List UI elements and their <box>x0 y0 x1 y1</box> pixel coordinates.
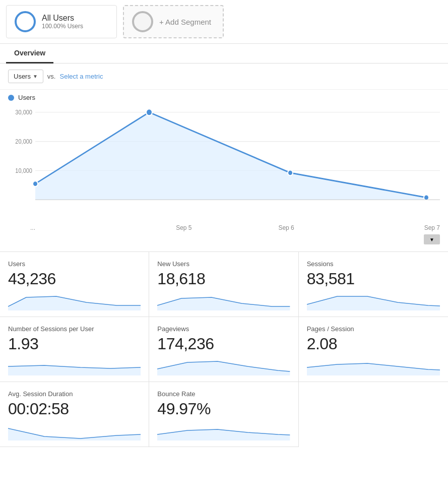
metric-label-avg-session-duration: Avg. Session Duration <box>8 390 141 398</box>
metric-label-pages-per-session: Pages / Session <box>307 325 440 333</box>
metric-value-avg-session-duration: 00:02:58 <box>8 400 141 418</box>
sparkline-pages-per-session <box>307 356 440 375</box>
sparkline-sessions <box>307 291 440 310</box>
select-metric-link[interactable]: Select a metric <box>59 73 103 80</box>
metric-label-bounce-rate: Bounce Rate <box>157 390 290 398</box>
sparkline-new-users <box>157 291 290 310</box>
metric-label-sessions-per-user: Number of Sessions per User <box>8 325 141 333</box>
x-label-sep7: Sep 7 <box>338 224 440 231</box>
metric-card-sessions: Sessions 83,581 <box>299 252 448 317</box>
add-segment-button[interactable]: + Add Segment <box>123 5 224 38</box>
metric-value-pages-per-session: 2.08 <box>307 335 440 353</box>
segment-circle-all-users <box>15 11 36 32</box>
svg-marker-20 <box>157 429 290 440</box>
metric-value-users: 43,236 <box>8 270 141 288</box>
metric-value-pageviews: 174,236 <box>157 335 290 353</box>
metric-card-avg-session-duration: Avg. Session Duration 00:02:58 <box>0 382 149 447</box>
chart-legend: Users <box>0 90 448 101</box>
metrics-grid: Users 43,236 New Users 18,618 Sessions 8… <box>0 251 448 447</box>
metric-card-bounce-rate: Bounce Rate 49.97% <box>149 382 298 447</box>
sparkline-sessions-per-user <box>8 356 141 375</box>
tab-bar: Overview <box>0 44 448 64</box>
metric-dropdown[interactable]: Users ▼ <box>8 70 43 83</box>
svg-marker-13 <box>8 296 141 310</box>
svg-marker-15 <box>307 296 440 310</box>
metric-label-new-users: New Users <box>157 260 290 268</box>
metric-card-sessions-per-user: Number of Sessions per User 1.93 <box>0 317 149 382</box>
sparkline-avg-session-duration <box>8 421 141 440</box>
chart-svg: 30,000 20,000 10,000 <box>8 101 440 222</box>
metric-dropdown-label: Users <box>14 73 31 80</box>
x-axis-labels: ... Sep 5 Sep 6 Sep 7 <box>0 222 448 233</box>
metric-card-pageviews: Pageviews 174,236 <box>149 317 298 382</box>
legend-dot-users <box>8 95 14 101</box>
all-users-segment[interactable]: All Users 100.00% Users <box>6 5 117 38</box>
chart-scrollbar-row: ▼ <box>0 233 448 247</box>
x-label-0: ... <box>30 224 133 231</box>
add-segment-label: + Add Segment <box>159 18 211 26</box>
svg-marker-19 <box>8 428 141 440</box>
svg-text:20,000: 20,000 <box>15 139 32 145</box>
svg-text:10,000: 10,000 <box>15 167 32 174</box>
x-label-sep6: Sep 6 <box>235 224 338 231</box>
svg-point-8 <box>33 181 38 186</box>
chevron-down-icon: ▼ <box>33 74 38 79</box>
tab-overview[interactable]: Overview <box>6 44 53 64</box>
metric-label-pageviews: Pageviews <box>157 325 290 333</box>
vs-label: vs. <box>47 73 56 80</box>
segment-circle-add <box>132 11 153 32</box>
segment-info: All Users 100.00% Users <box>42 14 83 30</box>
chart-controls: Users ▼ vs. Select a metric <box>0 64 448 90</box>
metric-card-pages-per-session: Pages / Session 2.08 <box>299 317 448 382</box>
legend-label-users: Users <box>18 94 35 101</box>
metric-value-sessions: 83,581 <box>307 270 440 288</box>
segment-sub: 100.00% Users <box>42 23 83 30</box>
sparkline-users <box>8 291 141 310</box>
chart-area: 30,000 20,000 10,000 <box>0 101 448 222</box>
sparkline-bounce-rate <box>157 421 290 440</box>
svg-text:30,000: 30,000 <box>15 109 32 116</box>
metric-value-new-users: 18,618 <box>157 270 290 288</box>
chart-scroll-button[interactable]: ▼ <box>424 234 440 244</box>
svg-point-10 <box>288 170 293 175</box>
sparkline-pageviews <box>157 356 290 375</box>
metric-value-bounce-rate: 49.97% <box>157 400 290 418</box>
metric-value-sessions-per-user: 1.93 <box>8 335 141 353</box>
segment-name: All Users <box>42 14 83 23</box>
segment-bar: All Users 100.00% Users + Add Segment <box>0 0 448 44</box>
metric-card-users: Users 43,236 <box>0 252 149 317</box>
x-label-sep5: Sep 5 <box>133 224 235 231</box>
metric-label-users: Users <box>8 260 141 268</box>
metric-card-new-users: New Users 18,618 <box>149 252 298 317</box>
svg-point-9 <box>146 109 152 115</box>
svg-marker-17 <box>157 361 290 375</box>
metric-label-sessions: Sessions <box>307 260 440 268</box>
